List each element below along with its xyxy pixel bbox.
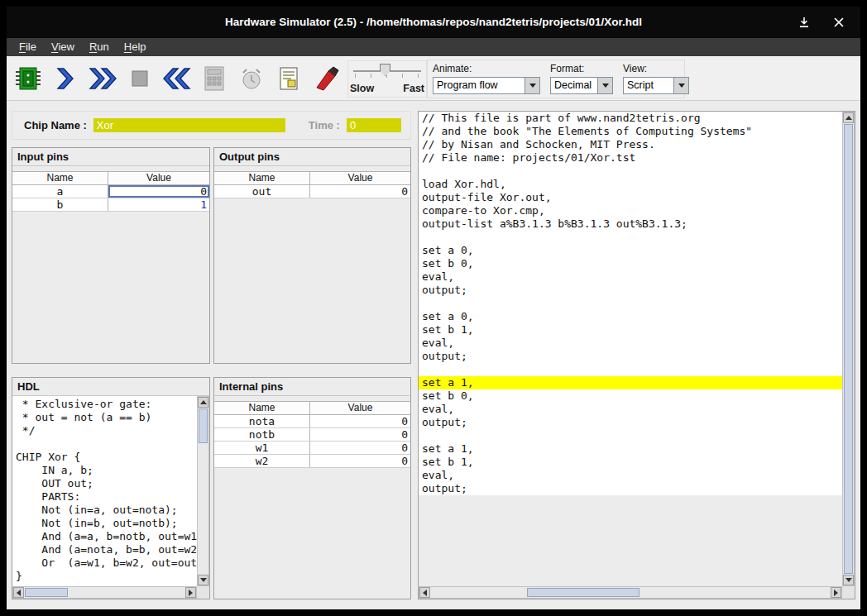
rewind-icon xyxy=(162,66,192,91)
animate-select[interactable]: Program flow xyxy=(433,77,540,94)
scroll-thumb[interactable] xyxy=(844,124,853,574)
script-line: eval, xyxy=(419,270,842,284)
pin-value[interactable]: 0 xyxy=(108,185,209,198)
scroll-down-button[interactable] xyxy=(843,575,854,585)
script-line: eval, xyxy=(419,469,842,482)
output-pins-table: Name Value out 0 xyxy=(214,171,410,198)
script-line: set a 0, xyxy=(419,244,842,257)
scroll-thumb[interactable] xyxy=(527,588,639,597)
script-line: output-file Xor.out, xyxy=(419,191,842,204)
internal-pins-table: Name Value nota 0 notb 0 w1 0 w2 0 xyxy=(214,401,410,468)
pin-name: notb xyxy=(214,428,310,441)
scroll-up-button[interactable] xyxy=(843,112,854,123)
chevron-down-icon xyxy=(602,84,609,88)
hdl-code-view: * Exclusive-or gate: * out = not (a == b… xyxy=(12,396,197,586)
pin-name: nota xyxy=(214,415,310,427)
slider-slow-label: Slow xyxy=(350,83,374,94)
triangle-right-icon xyxy=(834,590,838,596)
scrollbar-corner xyxy=(197,586,209,599)
chip-name-field[interactable]: Xor xyxy=(93,118,285,132)
input-pins-panel: Input pins Name Value a 0 b 1 xyxy=(12,147,210,364)
script-line xyxy=(419,363,842,376)
hdl-line: CHIP Xor { xyxy=(16,451,197,464)
scroll-down-button[interactable] xyxy=(198,575,208,585)
format-label: Format: xyxy=(550,63,613,74)
menu-view[interactable]: View xyxy=(44,38,82,56)
script-vertical-scrollbar[interactable] xyxy=(842,112,855,586)
scroll-up-button[interactable] xyxy=(198,397,208,408)
hdl-lines: * Exclusive-or gate: * out = not (a == b… xyxy=(16,398,197,583)
speed-slider[interactable]: Slow Fast xyxy=(347,60,427,98)
menubar: File View Run Help xyxy=(7,38,860,56)
clock-button[interactable] xyxy=(235,61,268,96)
hdl-line: Or (a=w1, b=w2, out=out); xyxy=(16,556,197,570)
output-pins-rows: out 0 xyxy=(214,185,410,198)
pin-name: w1 xyxy=(214,442,310,454)
menu-file[interactable]: File xyxy=(12,38,44,56)
toolbar: Slow Fast Animate: Program flow Format: … xyxy=(7,56,860,101)
pin-name: w2 xyxy=(214,455,310,467)
script-line: // by Nisan and Schocken, MIT Press. xyxy=(419,138,842,151)
time-label: Time : xyxy=(309,119,340,131)
triangle-up-icon xyxy=(200,400,207,404)
column-header-name: Name xyxy=(214,402,310,414)
script-line: output; xyxy=(419,284,842,297)
clear-button[interactable] xyxy=(309,61,342,96)
triangle-left-icon xyxy=(423,590,427,596)
run-button[interactable] xyxy=(86,61,119,96)
hdl-line: */ xyxy=(16,424,197,437)
script-horizontal-scrollbar[interactable] xyxy=(419,586,842,599)
calculator-button[interactable] xyxy=(198,61,231,96)
hdl-horizontal-scrollbar[interactable] xyxy=(12,586,197,599)
script-line: eval, xyxy=(419,403,842,416)
script-line: output; xyxy=(419,350,842,363)
view-label: View: xyxy=(623,63,689,74)
scroll-left-button[interactable] xyxy=(13,587,24,598)
scrollbar-corner xyxy=(842,586,855,599)
scroll-right-button[interactable] xyxy=(831,587,841,598)
script-line: output; xyxy=(419,416,842,429)
hdl-vertical-scrollbar[interactable] xyxy=(197,396,209,586)
script-line: output; xyxy=(419,482,842,495)
minimize-icon xyxy=(798,17,810,28)
single-step-button[interactable] xyxy=(49,61,82,96)
run-icon xyxy=(88,66,117,91)
toolbar-options: Animate: Program flow Format: Decimal Vi… xyxy=(427,60,685,98)
hdl-line: Not (in=a, out=nota); xyxy=(16,504,197,517)
pin-row: nota 0 xyxy=(214,415,410,428)
view-dropdown-button[interactable] xyxy=(673,78,688,93)
script-view: // This file is part of www.nand2tetris.… xyxy=(419,112,842,586)
scroll-left-button[interactable] xyxy=(419,587,430,598)
script-line: set b 1, xyxy=(419,456,842,469)
pin-row: notb 0 xyxy=(214,428,410,442)
hdl-line xyxy=(16,437,197,451)
scroll-thumb[interactable] xyxy=(25,588,68,597)
format-select[interactable]: Decimal xyxy=(550,77,613,94)
animate-dropdown-button[interactable] xyxy=(525,78,539,93)
menu-run[interactable]: Run xyxy=(82,38,117,56)
chevron-down-icon xyxy=(529,84,536,88)
load-chip-button[interactable] xyxy=(12,61,45,96)
minimize-button[interactable] xyxy=(798,16,811,29)
slider-ticks xyxy=(355,74,419,78)
pin-value: 0 xyxy=(310,455,410,467)
output-pins-panel: Output pins Name Value out 0 xyxy=(213,147,411,364)
view-script-button[interactable] xyxy=(272,61,305,96)
menu-help[interactable]: Help xyxy=(117,38,154,56)
hdl-line: } xyxy=(16,570,197,583)
animate-label: Animate: xyxy=(433,63,540,74)
reset-button[interactable] xyxy=(160,61,194,96)
scroll-thumb[interactable] xyxy=(199,408,208,443)
scroll-right-button[interactable] xyxy=(185,587,196,598)
slider-fast-label: Fast xyxy=(403,83,424,94)
format-dropdown-button[interactable] xyxy=(597,78,612,93)
stop-button[interactable] xyxy=(123,61,156,96)
pin-value[interactable]: 1 xyxy=(108,198,209,211)
clock-icon xyxy=(239,65,264,92)
pin-row: w1 0 xyxy=(214,442,410,455)
pin-name: a xyxy=(12,185,108,198)
view-select[interactable]: Script xyxy=(623,77,689,94)
input-pins-rows: a 0 b 1 xyxy=(12,185,209,212)
format-value: Decimal xyxy=(551,78,597,93)
close-button[interactable] xyxy=(832,16,845,29)
